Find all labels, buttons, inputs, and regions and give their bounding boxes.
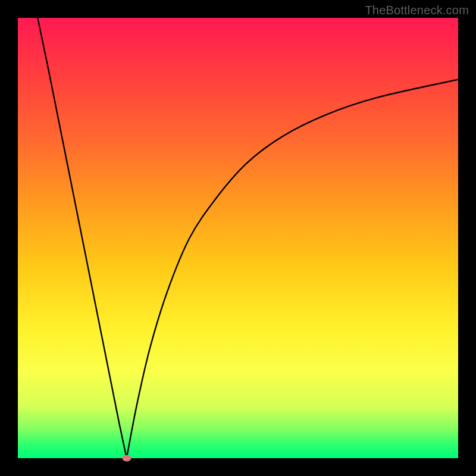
chart-frame: TheBottleneck.com xyxy=(0,0,476,476)
dip-marker xyxy=(122,455,131,462)
plot-area xyxy=(18,18,458,458)
curve-svg xyxy=(18,18,458,458)
bottleneck-curve xyxy=(37,18,458,458)
attribution-label: TheBottleneck.com xyxy=(365,4,469,17)
